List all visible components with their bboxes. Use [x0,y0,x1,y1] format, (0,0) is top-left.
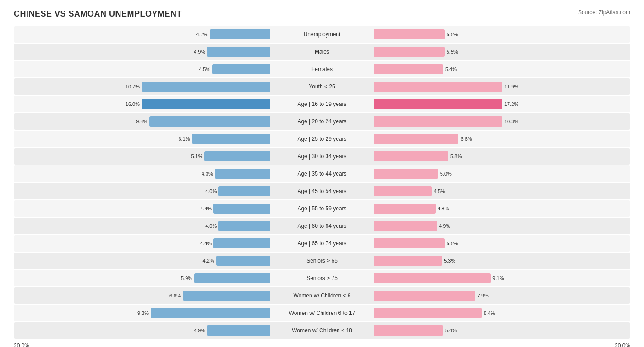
bar-center-label: Age | 30 to 34 years [272,153,372,160]
x-axis: 20.0% 20.0% [14,342,630,347]
bar-label-left: 4.0% [205,188,217,194]
bar-label-left: 5.1% [191,154,202,159]
bar-left [218,186,270,196]
bar-center-label: Seniors > 75 [272,275,372,281]
bar-right [374,82,502,92]
bar-row: 4.0%Age | 45 to 54 years4.5% [14,183,630,199]
bar-label-left: 9.4% [136,119,147,124]
bar-label-right: 5.5% [447,32,458,37]
bar-right [374,204,436,214]
bar-label-left: 4.9% [194,328,205,333]
bar-row: 4.9%Males5.5% [14,44,630,60]
bar-label-right: 6.6% [460,136,472,142]
bar-center-label: Women w/ Children < 6 [272,292,372,299]
x-axis-right-label: 20.0% [615,342,630,347]
bar-label-right: 8.4% [484,310,495,316]
bar-label-left: 4.2% [203,258,214,264]
chart-title: Chinese vs Samoan Unemployment [14,9,182,19]
bar-label-left: 4.7% [196,32,208,37]
bar-right [374,186,432,196]
bar-label-left: 4.4% [200,241,212,246]
bar-left [213,238,270,248]
bar-label-right: 4.8% [437,206,449,211]
chart-body: 4.7%Unemployment5.5%4.9%Males5.5%4.5%Fem… [14,26,630,339]
bar-left [207,47,270,57]
bar-label-left: 9.3% [137,310,149,316]
x-axis-left-label: 20.0% [14,342,29,347]
bar-label-left: 4.3% [202,171,213,176]
bar-center-label: Males [272,49,372,55]
bar-label-left: 4.5% [199,66,210,72]
bar-center-label: Age | 25 to 29 years [272,136,372,142]
bar-center-label: Unemployment [272,31,372,38]
bar-label-right: 5.0% [440,171,452,176]
bar-row: 9.3%Women w/ Children 6 to 178.4% [14,305,630,321]
bar-center-label: Age | 65 to 74 years [272,240,372,247]
bar-left [149,116,270,127]
bar-right [374,99,502,109]
bar-right [374,169,438,179]
bar-left [207,325,270,336]
bar-label-left: 4.9% [194,49,205,55]
bar-right [374,64,443,74]
bar-row: 4.5%Females5.4% [14,61,630,77]
bar-left [212,64,270,74]
bar-label-left: 16.0% [126,101,140,107]
bar-left [213,204,270,214]
bar-right [374,221,437,231]
bar-row: 4.0%Age | 60 to 64 years4.9% [14,218,630,234]
bar-label-right: 5.4% [445,328,457,333]
bar-row: 4.4%Age | 55 to 59 years4.8% [14,200,630,217]
bar-right [374,134,458,144]
bar-label-left: 5.9% [181,275,192,281]
bar-center-label: Age | 45 to 54 years [272,188,372,194]
bar-left [215,169,270,179]
bar-left [194,273,270,283]
x-axis-right: 20.0% [368,342,630,347]
x-axis-left: 20.0% [14,342,276,347]
bar-right [374,47,445,57]
bar-center-label: Age | 16 to 19 years [272,101,372,107]
bar-row: 4.4%Age | 65 to 74 years5.5% [14,235,630,252]
bar-row: 9.4%Age | 20 to 24 years10.3% [14,113,630,130]
bar-label-right: 4.9% [439,223,450,229]
bar-left [218,221,270,231]
bar-center-label: Women w/ Children 6 to 17 [272,310,372,316]
bar-row: 4.2%Seniors > 655.3% [14,253,630,269]
bar-left [216,256,270,266]
bar-right [374,238,445,248]
bar-center-label: Women w/ Children < 18 [272,327,372,334]
bar-label-left: 10.7% [126,84,140,89]
chart-container: Chinese vs Samoan Unemployment Source: Z… [14,9,630,347]
bar-label-left: 4.0% [205,223,217,229]
bar-right [374,151,448,161]
bar-label-right: 5.4% [445,66,457,72]
bar-label-right: 7.9% [477,293,489,298]
bar-row: 6.8%Women w/ Children < 67.9% [14,287,630,304]
bar-label-right: 5.5% [447,241,458,246]
bar-right [374,325,443,336]
bar-row: 5.9%Seniors > 759.1% [14,270,630,286]
bar-left [142,82,270,92]
bar-right [374,273,491,283]
chart-source: Source: ZipAtlas.com [578,9,630,16]
bar-label-right: 5.5% [447,49,458,55]
bar-right [374,308,482,318]
bar-row: 4.3%Age | 35 to 44 years5.0% [14,165,630,182]
bar-right [374,29,445,39]
bar-label-right: 5.8% [450,154,462,159]
bar-left [142,99,270,109]
bar-row: 4.9%Women w/ Children < 185.4% [14,322,630,339]
bar-label-left: 6.1% [178,136,190,142]
bar-label-right: 5.3% [444,258,455,264]
bar-row: 16.0%Age | 16 to 19 years17.2% [14,96,630,112]
bar-left [151,308,270,318]
bar-row: 5.1%Age | 30 to 34 years5.8% [14,148,630,165]
bar-left [210,29,270,39]
bar-right [374,256,442,266]
bar-label-right: 4.5% [434,188,445,194]
bar-row: 10.7%Youth < 2511.9% [14,78,630,95]
bar-row: 4.7%Unemployment5.5% [14,26,630,43]
bar-label-right: 9.1% [492,275,504,281]
bar-center-label: Youth < 25 [272,83,372,90]
